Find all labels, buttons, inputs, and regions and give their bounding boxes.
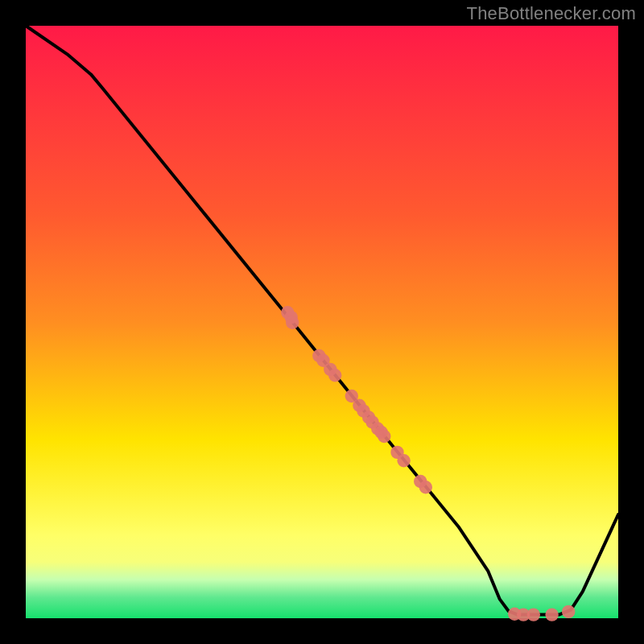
data-point <box>419 481 432 493</box>
data-point <box>527 608 540 621</box>
data-point <box>328 369 341 382</box>
data-point <box>545 608 558 621</box>
plot-background <box>26 26 618 618</box>
bottleneck-chart <box>0 0 644 644</box>
data-point <box>378 430 390 443</box>
data-point <box>562 605 575 618</box>
data-point <box>397 454 410 467</box>
data-point <box>286 316 299 329</box>
chart-frame: TheBottlenecker.com <box>0 0 644 644</box>
